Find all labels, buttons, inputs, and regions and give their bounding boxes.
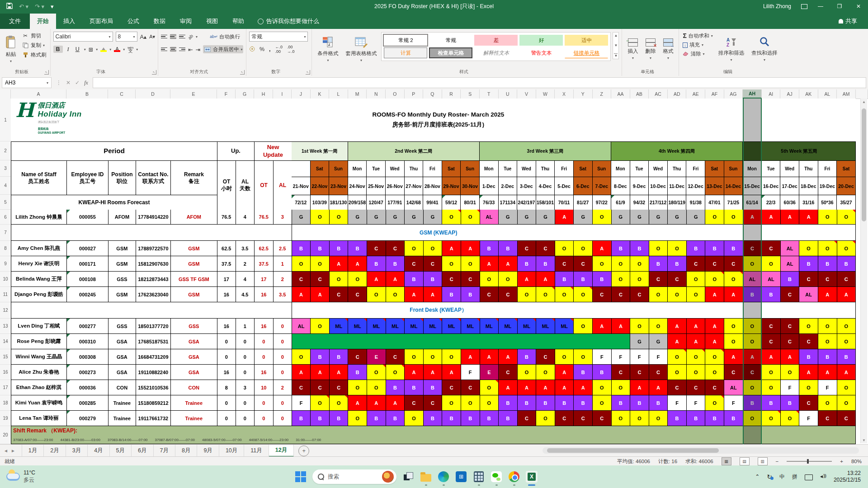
- shift-cell[interactable]: B: [705, 241, 724, 256]
- update-al-cell[interactable]: 0: [274, 365, 292, 380]
- shift-cell[interactable]: B: [330, 411, 349, 426]
- forecast-cell-19[interactable]: 94/32: [630, 195, 649, 210]
- new-update-header[interactable]: NewUpdate: [255, 142, 292, 161]
- update-al-cell[interactable]: 1: [274, 256, 292, 272]
- shift-cell[interactable]: O: [649, 319, 668, 334]
- date-header-24-Nov[interactable]: 24-Nov: [348, 177, 367, 195]
- update-ot-cell[interactable]: 76.5: [255, 210, 274, 225]
- shift-cell[interactable]: C: [461, 272, 480, 287]
- shift-cell[interactable]: B: [536, 395, 555, 411]
- fill-color-icon[interactable]: [100, 47, 107, 52]
- shift-cell[interactable]: B: [330, 349, 349, 365]
- shift-cell[interactable]: A: [405, 365, 424, 380]
- shift-cell[interactable]: O: [668, 287, 687, 302]
- shift-cell[interactable]: C: [348, 349, 367, 365]
- shift-cell[interactable]: A: [311, 365, 330, 380]
- forecast-cell-8[interactable]: 99/41: [423, 195, 442, 210]
- shift-cell[interactable]: C: [574, 411, 593, 426]
- shift-cell[interactable]: A: [442, 365, 461, 380]
- remark-cell[interactable]: GSM: [171, 256, 217, 272]
- shift-cell[interactable]: A: [330, 365, 349, 380]
- shift-cell[interactable]: O: [762, 365, 781, 380]
- row-header-20[interactable]: 20: [0, 426, 11, 444]
- shift-cell[interactable]: F: [649, 349, 668, 365]
- forecast-cell-28[interactable]: 31/16: [799, 195, 818, 210]
- shift-cell[interactable]: ML: [330, 319, 349, 334]
- font-name-combo[interactable]: Calibri▾: [53, 32, 113, 42]
- save-icon[interactable]: [6, 3, 13, 10]
- shift-cell[interactable]: A: [367, 272, 386, 287]
- date-header-2-Dec[interactable]: 2-Dec: [499, 177, 518, 195]
- shift-cell[interactable]: O: [593, 380, 612, 395]
- forecast-cell-26[interactable]: 22/3: [762, 195, 781, 210]
- shift-cell[interactable]: C: [705, 380, 724, 395]
- shift-cell[interactable]: A: [480, 349, 499, 365]
- date-header-17-Dec[interactable]: 17-Dec: [780, 177, 799, 195]
- forecast-cell-2[interactable]: 103/39: [311, 195, 330, 210]
- start-button[interactable]: [295, 471, 307, 483]
- shift-cell[interactable]: O: [574, 349, 593, 365]
- shift-cell[interactable]: B: [442, 411, 461, 426]
- sheet-tab-7月[interactable]: 7月: [154, 445, 175, 457]
- date-header-8-Dec[interactable]: 8-Dec: [611, 177, 630, 195]
- col-header-C[interactable]: C: [108, 89, 136, 99]
- zoom-in-button[interactable]: +: [840, 459, 843, 464]
- col-header-P[interactable]: P: [405, 89, 424, 99]
- shift-cell[interactable]: B: [555, 395, 574, 411]
- shift-cell[interactable]: C: [405, 256, 424, 272]
- shift-cell[interactable]: O: [668, 241, 687, 256]
- shift-cell[interactable]: O: [367, 380, 386, 395]
- shift-cell[interactable]: O: [837, 241, 856, 256]
- shift-cell[interactable]: C: [555, 411, 574, 426]
- shift-cell[interactable]: B: [630, 241, 649, 256]
- normal-view-icon[interactable]: ▦: [722, 457, 731, 465]
- shift-cell[interactable]: C: [330, 287, 349, 302]
- shift-cell[interactable]: B: [367, 411, 386, 426]
- staff-name-cell[interactable]: Lven Ding 丁相斌: [11, 319, 67, 334]
- shift-cell[interactable]: O: [424, 241, 443, 256]
- shift-cell[interactable]: G: [536, 210, 555, 225]
- sheet-tab-5月[interactable]: 5月: [110, 445, 132, 457]
- shift-cell[interactable]: B: [424, 380, 443, 395]
- horizontal-scrollbar[interactable]: [542, 447, 859, 454]
- shift-cell[interactable]: C: [386, 241, 405, 256]
- font-color-icon[interactable]: A: [114, 47, 120, 52]
- col-header-F[interactable]: F: [217, 89, 236, 99]
- shift-cell[interactable]: A: [330, 256, 349, 272]
- shift-cell[interactable]: B: [480, 241, 499, 256]
- shift-cell[interactable]: B: [705, 411, 724, 426]
- col-header-Z[interactable]: Z: [593, 89, 612, 99]
- shift-cell[interactable]: A: [367, 395, 386, 411]
- shift-cell[interactable]: O: [837, 210, 856, 225]
- style-gallery-item[interactable]: 链接单元格: [565, 47, 608, 58]
- shift-cell[interactable]: G: [668, 210, 687, 225]
- shift-cell[interactable]: G: [630, 334, 649, 349]
- style-gallery-item[interactable]: 解释性文本: [474, 47, 518, 58]
- shift-cell[interactable]: C: [367, 241, 386, 256]
- align-middle-icon[interactable]: [170, 34, 176, 40]
- column-headers[interactable]: ABCDEFGHIJKLMNOPQRSTUVWXYZAAABACADAEAFAG…: [0, 89, 868, 99]
- col-header-U[interactable]: U: [499, 89, 518, 99]
- update-al-cell[interactable]: 3.5: [274, 287, 292, 302]
- forecast-cell-6[interactable]: 177/91: [386, 195, 405, 210]
- shift-cell[interactable]: A: [555, 380, 574, 395]
- shift-cell[interactable]: C: [799, 395, 818, 411]
- forecast-cell-1[interactable]: 72/12: [292, 195, 311, 210]
- sheet-tab-3月[interactable]: 3月: [66, 445, 88, 457]
- contact-no-cell[interactable]: 19110882240: [136, 365, 171, 380]
- forecast-cell-5[interactable]: 120/47: [367, 195, 386, 210]
- shift-cell[interactable]: C: [574, 256, 593, 272]
- enter-icon[interactable]: ✓: [75, 80, 80, 86]
- row-header-6[interactable]: 6: [0, 210, 11, 225]
- col-header-B[interactable]: B: [66, 89, 108, 99]
- col-header-AM[interactable]: AM: [837, 89, 856, 99]
- shift-cell[interactable]: B: [762, 395, 781, 411]
- date-header-9-Dec[interactable]: 9-Dec: [630, 177, 649, 195]
- shift-cell[interactable]: B: [499, 411, 518, 426]
- shift-cell[interactable]: ML: [536, 319, 555, 334]
- shift-cell[interactable]: O: [799, 380, 818, 395]
- copy-button[interactable]: 复制▾: [21, 41, 47, 49]
- col-header-X[interactable]: X: [555, 89, 574, 99]
- shift-cell[interactable]: B: [405, 272, 424, 287]
- shift-cell[interactable]: O: [837, 334, 856, 349]
